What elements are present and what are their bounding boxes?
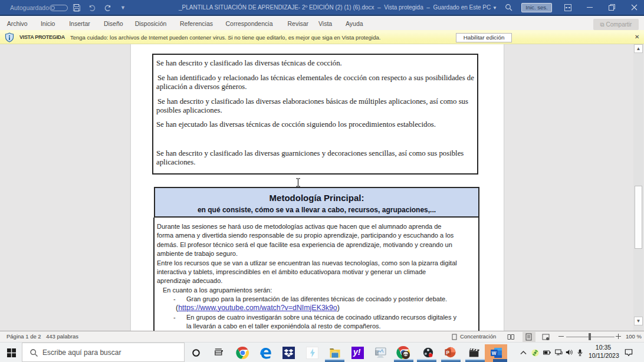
svg-text:W: W xyxy=(492,351,497,356)
svg-text:P: P xyxy=(446,350,450,356)
